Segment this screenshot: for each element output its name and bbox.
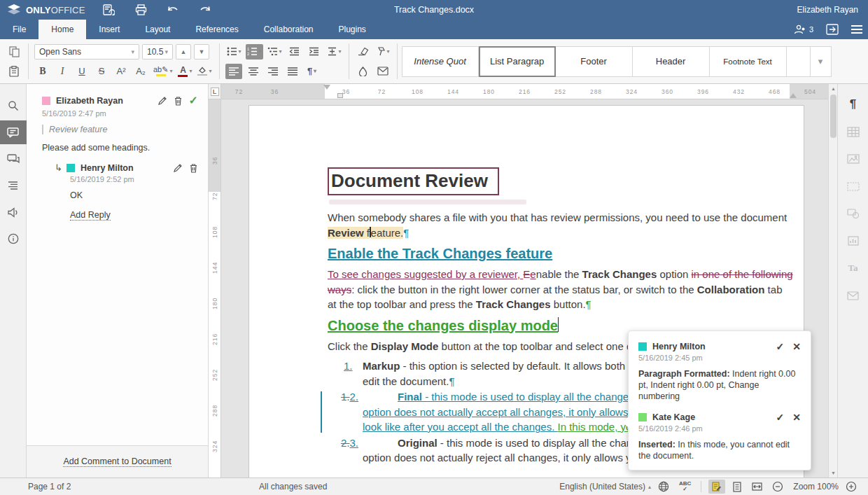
table-settings-button[interactable] [845,124,862,139]
edit-reply-icon[interactable] [173,163,183,173]
style-gallery-expand-button[interactable]: ▾ [811,46,832,77]
open-file-location-button[interactable] [826,24,839,35]
paste-button[interactable] [6,64,22,79]
accept-change-button[interactable]: ✓ [776,341,785,352]
decrement-font-size-button[interactable]: ▼ [194,44,209,60]
superscript-button[interactable]: A² [113,64,130,79]
page-color-button[interactable] [355,64,372,79]
headerfooter-settings-button[interactable] [845,179,862,194]
reject-change-button[interactable]: ✕ [792,341,801,352]
italic-button[interactable]: I [54,64,71,79]
delete-comment-icon[interactable] [174,96,183,106]
tab-layout[interactable]: Layout [132,20,183,39]
chat-panel-button[interactable] [0,147,27,171]
add-comment-to-document-link[interactable]: Add Comment to Document [63,456,171,467]
tab-stop-selector[interactable]: L [211,88,219,96]
edit-comment-icon[interactable] [158,96,167,106]
highlight-color-button[interactable]: ab✎▾ [152,64,174,79]
resolve-comment-icon[interactable]: ✓ [189,94,198,107]
style-header[interactable]: Header [633,46,710,77]
add-reply-link[interactable]: Add Reply [70,210,111,221]
numbered-list-button[interactable]: 12▾ [246,44,263,60]
horizontal-ruler[interactable]: 7236367210814418021625228832436039643246… [221,84,828,99]
reject-change-button[interactable]: ✕ [792,412,801,423]
fit-to-page-button[interactable] [732,482,745,492]
scrollbar-thumb[interactable] [830,95,836,138]
logo-text-light: OFFICE [51,5,85,15]
navigation-panel-button[interactable] [0,174,27,197]
online-users-button[interactable]: 3 [794,25,813,35]
clear-style-button[interactable] [355,44,372,60]
chart-settings-button[interactable] [845,233,862,249]
about-panel-button[interactable] [0,227,27,251]
style-intense-quote[interactable]: Intense Quot [402,46,479,77]
shape-settings-button[interactable] [845,206,862,221]
align-left-button[interactable] [225,64,242,79]
undo-button[interactable] [165,3,181,17]
increment-font-size-button[interactable]: ▲ [176,44,191,60]
style-list-paragraph[interactable]: List Paragrap [479,46,556,77]
scroll-down-arrow[interactable]: ▼ [829,468,838,477]
style-footnote-text[interactable]: Footnote Text [710,46,787,77]
bullet-list-button[interactable]: ▾ [225,44,243,60]
copy-button[interactable] [6,44,22,60]
shading-color-button[interactable]: ▾ [196,64,213,79]
zoom-in-button[interactable] [846,481,860,492]
mailmerge-settings-button[interactable] [845,288,862,303]
language-select[interactable]: English (United States)▴ [559,482,651,491]
tab-insert[interactable]: Insert [86,20,132,39]
review-change-text: Inserted: In this mode, you cannot edit … [638,439,801,461]
font-size-select[interactable]: 10.5▾ [142,44,173,60]
image-settings-button[interactable] [845,151,862,167]
search-panel-button[interactable] [0,94,27,118]
track-changes-toggle-button[interactable] [708,480,725,494]
print-button[interactable] [133,3,148,17]
vertical-ruler[interactable]: 363672108144180216252288324 [209,99,221,477]
tab-collaboration[interactable]: Collaboration [251,20,326,39]
copy-style-button[interactable]: ▾ [374,44,391,60]
paragraph-settings-button[interactable]: ¶ [845,97,862,112]
underline-button[interactable]: U [74,64,90,79]
line-spacing-button[interactable]: ▾ [326,44,343,60]
comments-panel-button[interactable] [0,120,27,144]
tab-plugins[interactable]: Plugins [326,20,379,39]
style-footer[interactable]: Footer [556,46,633,77]
avatar-henry-review [638,342,647,351]
tab-home[interactable]: Home [38,20,86,39]
set-document-language-button[interactable] [658,481,672,492]
comments-panel: Elizabeth Rayan ✓ 5/16/2019 2:47 pm Revi… [27,84,209,477]
hamburger-menu-button[interactable] [851,25,862,34]
font-name-select[interactable]: Open Sans▾ [34,44,139,60]
decrease-indent-button[interactable] [286,44,303,60]
delete-reply-icon[interactable] [189,163,198,173]
comment-author: Elizabeth Rayan [56,96,123,106]
spell-checking-button[interactable]: ABC✓ [679,481,694,492]
align-justify-button[interactable] [284,64,301,79]
tab-references[interactable]: References [183,20,251,39]
save-button[interactable] [101,3,116,17]
bold-button[interactable]: B [34,64,51,79]
left-indent-marker[interactable] [337,93,343,98]
show-paragraph-marks-button[interactable]: ¶▾ [304,64,321,79]
reply-date: 5/16/2019 2:52 pm [70,175,198,183]
feedback-panel-button[interactable] [0,200,27,224]
align-center-button[interactable] [245,64,262,79]
subscript-button[interactable]: A₂ [132,64,149,79]
scroll-up-arrow[interactable]: ▲ [829,84,838,93]
align-right-button[interactable] [265,64,281,79]
redo-button[interactable] [197,3,213,17]
font-color-button[interactable]: A▾ [176,64,193,79]
textart-settings-button[interactable]: Ta [845,260,862,276]
first-line-indent-marker[interactable] [323,85,330,93]
accept-change-button[interactable]: ✓ [776,412,785,423]
page-indicator[interactable]: Page 1 of 2 [28,478,71,495]
increase-indent-button[interactable] [306,44,323,60]
vertical-scrollbar[interactable]: ▲ ▼ [828,84,837,477]
strikethrough-button[interactable]: S [93,64,110,79]
fit-to-width-button[interactable] [752,482,765,491]
multilevel-list-button[interactable]: ▾ [266,44,284,60]
zoom-out-button[interactable] [772,481,786,492]
tab-file[interactable]: File [0,20,38,39]
right-indent-marker[interactable] [790,90,797,98]
mailmerge-button[interactable] [374,64,391,79]
